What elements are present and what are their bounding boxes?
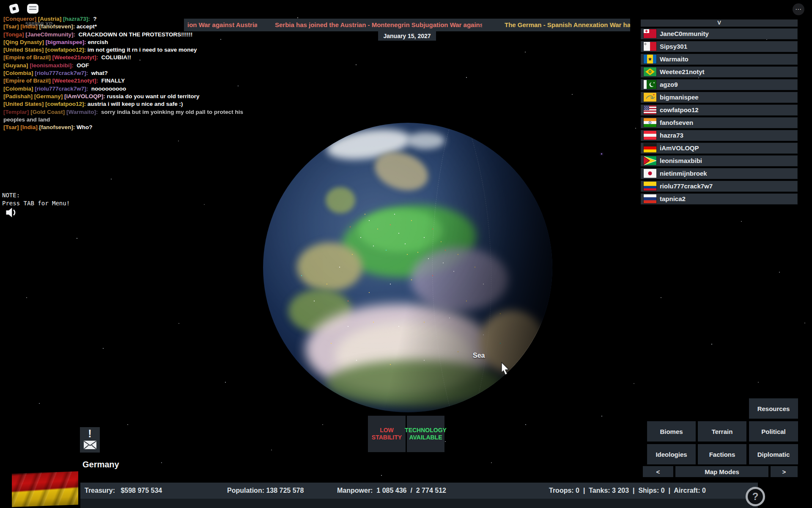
- map-mode-biomes-button[interactable]: Biomes: [647, 421, 696, 442]
- map-mode-ideologies-button[interactable]: Ideologies: [647, 444, 696, 464]
- note-line: NOTE:: [2, 191, 70, 199]
- status-line: AVAILABLE: [409, 434, 442, 441]
- player-row-fanofseven[interactable]: fanofseven: [641, 117, 798, 129]
- chat-message: [Guyana] [leonismaxbibi]: OOF: [3, 62, 244, 69]
- military-stat: Troops: 0 | Tanks: 3 203 | Ships: 0 | Ai…: [549, 483, 706, 499]
- player-name: fanofseven: [660, 119, 693, 126]
- manpower-stat: Manpower: 1 085 436 / 2 774 512: [337, 483, 446, 499]
- speaker-icon[interactable]: [5, 207, 18, 218]
- help-button[interactable]: ?: [746, 487, 765, 506]
- chat-message: [Colombia] [riolu777crack7w7]: what?: [3, 69, 244, 77]
- news-ticker: ion War against Austria Serbia has joine…: [184, 19, 630, 31]
- map-mode-resources-button[interactable]: Resources: [749, 398, 798, 419]
- chat-ghost-text: 588808 XP: [25, 21, 52, 27]
- chat-message: [United States] [cowfatpoo12]: austria i…: [3, 100, 244, 108]
- japan-flag-icon: [644, 169, 656, 178]
- status-line: STABILITY: [372, 434, 402, 441]
- malta-flag-icon: [644, 42, 656, 51]
- player-row-Warmaito[interactable]: Warmaito: [641, 54, 798, 65]
- player-row-nietinmijnbroek[interactable]: nietinmijnbroek: [641, 168, 798, 179]
- star-speck: [601, 153, 602, 155]
- sea-label: Sea: [473, 352, 485, 359]
- chat-message: [Qing Dynasty] [bigmanispee]: enrcish: [3, 39, 244, 46]
- ticker-item: The German - Spanish Annexation War has …: [505, 19, 630, 31]
- player-name: tapnica2: [660, 195, 686, 202]
- pakistan-flag-icon: [644, 80, 656, 89]
- player-row-riolu777crack7w7[interactable]: riolu777crack7w7: [641, 181, 798, 192]
- game-date: January 15, 2027: [378, 31, 436, 41]
- player-name: nietinmijnbroek: [660, 170, 707, 177]
- ticker-item: ion War against Austria: [187, 19, 257, 31]
- player-row-bigmanispee[interactable]: bigmanispee: [641, 92, 798, 103]
- population-stat: Population: 138 725 578: [227, 483, 304, 499]
- player-row-hazra73[interactable]: hazra73: [641, 130, 798, 141]
- ticker-item: Serbia has joined the Austrian - Montene…: [275, 19, 482, 31]
- russia-flag-icon: [644, 194, 656, 203]
- bottom-strip: [80, 499, 758, 508]
- player-name: Warmaito: [660, 55, 689, 63]
- player-name: leonismaxbibi: [660, 157, 702, 164]
- germany-flag-icon: [644, 144, 656, 152]
- player-name: cowfatpoo12: [660, 106, 699, 113]
- player-name: iAmVOLOQP: [660, 144, 699, 152]
- germany-flag-image: [12, 471, 78, 507]
- austria-flag-icon: [644, 131, 656, 140]
- chat-bubble-icon[interactable]: [27, 4, 38, 14]
- usa-flag-icon: [644, 105, 656, 114]
- player-name: hazra73: [660, 132, 683, 139]
- chat-message: [Empire of Brazil] [Weetee21notyt]: FINA…: [3, 77, 244, 85]
- player-list-panel: V JaneC0mmunitySipsy301WarmaitoWeetee21n…: [641, 19, 798, 204]
- player-row-iAmVOLOQP[interactable]: iAmVOLOQP: [641, 143, 798, 154]
- tonga-flag-icon: [644, 29, 656, 38]
- map-mode-diplomatic-button[interactable]: Diplomatic: [749, 444, 798, 464]
- city-lights: [263, 123, 264, 124]
- player-name: agzo9: [660, 81, 678, 88]
- chat-message: [Templar] [Gold Coast] [Warmaito]: sorry…: [3, 108, 244, 124]
- map-mode-terrain-button[interactable]: Terrain: [698, 421, 746, 442]
- player-row-Weetee21notyt[interactable]: Weetee21notyt: [641, 66, 798, 78]
- india-flag-icon: [644, 118, 656, 127]
- map-mode-factions-button[interactable]: Factions: [698, 444, 746, 464]
- player-row-JaneC0mmunity[interactable]: JaneC0mmunity: [641, 28, 798, 40]
- technology-available-button[interactable]: TECHNOLOGY AVAILABLE: [407, 416, 444, 452]
- map-mode-prev-button[interactable]: <: [643, 466, 673, 477]
- player-row-cowfatpoo12[interactable]: cowfatpoo12: [641, 105, 798, 116]
- chat-message: [Tsar] [India] [fanofseven]: Who?: [3, 124, 244, 131]
- mouse-cursor: [500, 362, 511, 375]
- colombia-flag-icon: [644, 182, 656, 190]
- status-line: TECHNOLOGY: [405, 427, 447, 434]
- chat-message: [Colombia] [riolu777crack7w7]: noooooooo…: [3, 85, 244, 93]
- note-text: NOTE: Press TAB for Menu!: [2, 191, 70, 207]
- brazil-empire-flag-icon: [644, 67, 656, 76]
- country-stats-bar: Treasury: $598 975 534 Population: 138 7…: [80, 483, 758, 499]
- player-row-Sipsy301[interactable]: Sipsy301: [641, 41, 798, 52]
- selected-country-name: Germany: [82, 460, 119, 469]
- qing-flag-icon: [644, 93, 656, 102]
- mail-icon: [83, 440, 97, 450]
- player-name: JaneC0mmunity: [660, 30, 709, 37]
- alerts-button[interactable]: !: [80, 427, 100, 453]
- player-row-leonismaxbibi[interactable]: leonismaxbibi: [641, 155, 798, 167]
- low-stability-button[interactable]: LOW STABILITY: [368, 416, 406, 452]
- map-mode-next-button[interactable]: >: [771, 466, 798, 477]
- more-options-button[interactable]: ⋯: [793, 3, 804, 15]
- player-list-collapse[interactable]: V: [641, 19, 798, 27]
- chat-log: [Conqueror] [Austria] [hazra73]: ?[Tsar]…: [3, 15, 244, 131]
- player-row-tapnica2[interactable]: tapnica2: [641, 193, 798, 205]
- roblox-menu-icon[interactable]: [9, 3, 19, 14]
- player-name: Weetee21notyt: [660, 68, 705, 75]
- guyana-flag-icon: [644, 156, 656, 165]
- chat-message: [Empire of Brazil] [Weetee21notyt]: COLU…: [3, 54, 244, 61]
- player-row-agzo9[interactable]: agzo9: [641, 79, 798, 91]
- status-line: LOW: [380, 427, 394, 434]
- stvincent-flag-icon: [644, 55, 656, 64]
- map-mode-political-button[interactable]: Political: [749, 421, 798, 442]
- chat-message: [United States] [cowfatpoo12]: im not ge…: [3, 46, 244, 54]
- exclamation-icon: !: [88, 427, 91, 440]
- treasury-stat: Treasury: $598 975 534: [85, 483, 162, 499]
- map-modes-label: Map Modes: [675, 466, 768, 477]
- chat-message: [Padishah] [Germany] [iAmVOLOQP]: russia…: [3, 93, 244, 100]
- player-name: Sipsy301: [660, 43, 687, 50]
- player-name: riolu777crack7w7: [660, 182, 713, 190]
- starfield-background: [0, 0, 1, 1]
